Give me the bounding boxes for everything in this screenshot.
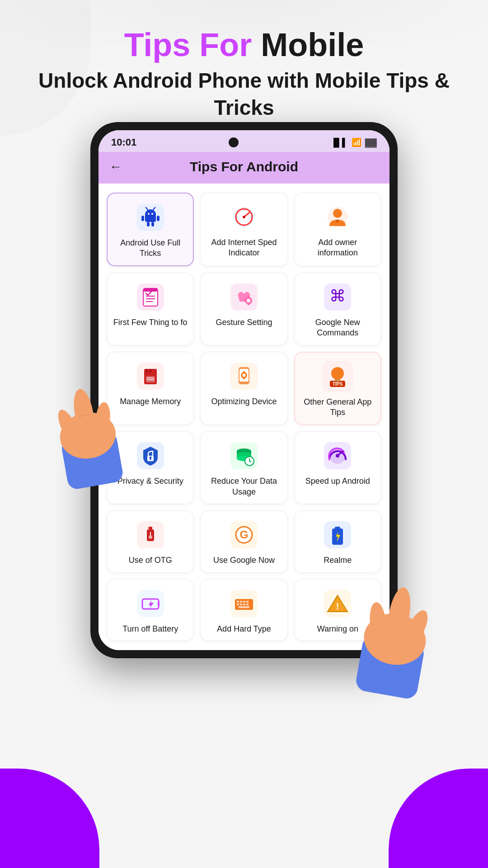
svg-rect-20 — [147, 222, 150, 226]
svg-rect-102 — [240, 601, 242, 603]
grid-item-app-tips[interactable]: TIPS Other General App Tips — [294, 352, 381, 425]
grid-item-speed-android[interactable]: Speed up Android — [294, 431, 381, 504]
command-icon: ⌘ — [322, 281, 353, 313]
otg-label: Use of OTG — [129, 555, 172, 566]
svg-rect-33 — [143, 288, 158, 292]
title-purple: Tips For — [124, 27, 252, 63]
phone-screen: 10:01 ▐▌▌ 📶 ▓▓ ← Tips For Android — [99, 130, 389, 650]
svg-rect-84 — [149, 527, 152, 531]
svg-rect-58 — [243, 371, 245, 373]
grid-item-optimize[interactable]: Optimizing Device — [200, 352, 287, 425]
svg-rect-42 — [243, 300, 245, 302]
data-usage-label: Reduce Your Data Usage — [205, 476, 282, 497]
gesture-label: Gesture Setting — [216, 317, 272, 328]
grid-item-android-tricks[interactable]: Android Use Full Tricks — [107, 193, 194, 266]
svg-rect-108 — [246, 604, 249, 605]
svg-point-81 — [336, 454, 339, 458]
svg-rect-64 — [335, 379, 340, 382]
wifi-icon: 📶 — [352, 137, 361, 147]
svg-rect-59 — [243, 377, 245, 379]
keyboard-icon — [228, 588, 260, 619]
privacy-icon — [135, 440, 166, 472]
grid-item-owner-info[interactable]: Add owner information — [294, 193, 381, 266]
svg-rect-40 — [248, 296, 249, 298]
otg-icon — [135, 519, 166, 551]
app-tips-label: Other General App Tips — [300, 397, 376, 418]
svg-rect-50 — [146, 376, 155, 382]
status-time: 10:01 — [111, 137, 136, 148]
svg-rect-41 — [248, 303, 249, 305]
warning-icon: ! — [322, 588, 353, 619]
google-commands-label: Google New Commands — [299, 317, 376, 339]
svg-rect-107 — [243, 604, 245, 605]
speed-android-label: Speed up Android — [305, 476, 370, 486]
main-title: Tips For Mobile — [18, 27, 470, 63]
svg-rect-13 — [145, 215, 156, 222]
optimize-label: Optimizing Device — [211, 396, 277, 407]
svg-point-14 — [148, 213, 150, 215]
battery-label: Turn off Battery — [122, 624, 178, 634]
svg-rect-104 — [246, 601, 249, 603]
optimize-icon — [228, 360, 260, 392]
svg-rect-97 — [158, 602, 160, 606]
memory-icon — [135, 360, 166, 392]
checklist-icon — [135, 281, 166, 313]
battery-saver-icon — [135, 588, 166, 619]
status-icons: ▐▌▌ 📶 ▓▓ — [330, 137, 377, 147]
svg-rect-49 — [150, 369, 151, 373]
hand-right-icon — [343, 576, 452, 703]
android-tricks-label: Android Use Full Tricks — [112, 238, 188, 259]
phone-frame: 10:01 ▐▌▌ 📶 ▓▓ ← Tips For Android — [90, 122, 398, 658]
grid-item-battery[interactable]: Turn off Battery — [107, 579, 194, 641]
battery-icon: ▓▓ — [365, 138, 377, 147]
svg-text:⌘: ⌘ — [329, 287, 346, 305]
grid-item-first-things[interactable]: First Few Thing to fo — [107, 273, 194, 345]
grid-item-data-usage[interactable]: Reduce Your Data Usage — [200, 431, 287, 504]
grid-item-google-now[interactable]: G Use Google Now — [200, 510, 287, 572]
svg-rect-105 — [237, 604, 239, 605]
svg-rect-68 — [150, 458, 151, 460]
manage-memory-label: Manage Memory — [120, 396, 181, 407]
svg-rect-19 — [157, 216, 160, 221]
back-button[interactable]: ← — [109, 160, 122, 174]
svg-text:G: G — [240, 528, 249, 541]
grid-item-realme[interactable]: Realme — [294, 510, 381, 572]
tips-icon: TIPS — [322, 361, 353, 392]
svg-rect-21 — [151, 222, 154, 226]
tips-grid: Android Use Full Tricks — [99, 184, 389, 650]
signal-icon: ▐▌▌ — [330, 138, 347, 147]
svg-point-30 — [333, 209, 342, 218]
svg-point-39 — [247, 299, 250, 302]
realme-icon — [322, 519, 353, 551]
svg-rect-103 — [243, 601, 245, 603]
svg-rect-93 — [335, 527, 340, 529]
svg-point-15 — [151, 213, 153, 215]
grid-item-otg[interactable]: Use of OTG — [107, 510, 194, 572]
person-icon — [322, 201, 353, 233]
keyboard-label: Add Hard Type — [217, 624, 271, 634]
speedometer-icon — [228, 201, 260, 233]
app-title: Tips For Android — [131, 159, 357, 175]
realme-label: Realme — [324, 555, 352, 566]
phone-mockup: 10:01 ▐▌▌ 📶 ▓▓ ← Tips For Android — [90, 122, 398, 658]
svg-text:TIPS: TIPS — [333, 382, 343, 387]
app-header: ← Tips For Android — [99, 152, 389, 184]
grid-item-gesture[interactable]: Gesture Setting — [200, 273, 287, 345]
android-icon — [135, 202, 166, 233]
camera-notch — [229, 137, 239, 147]
grid-item-google-commands[interactable]: ⌘ Google New Commands — [294, 273, 381, 345]
svg-point-25 — [243, 216, 245, 218]
svg-point-86 — [149, 535, 152, 539]
svg-rect-85 — [148, 527, 149, 530]
svg-point-61 — [331, 367, 344, 380]
grid-item-keyboard[interactable]: Add Hard Type — [200, 579, 287, 641]
svg-text:!: ! — [336, 601, 339, 611]
warning-label: Warning on — [317, 624, 358, 634]
internet-speed-label: Add Internet Sped Indicator — [205, 237, 282, 259]
svg-rect-106 — [240, 604, 242, 605]
svg-rect-101 — [237, 601, 239, 603]
grid-item-internet-speed[interactable]: Add Internet Sped Indicator — [200, 193, 287, 266]
data-usage-icon — [228, 440, 260, 472]
svg-rect-18 — [141, 216, 144, 221]
first-things-label: First Few Thing to fo — [113, 317, 188, 328]
